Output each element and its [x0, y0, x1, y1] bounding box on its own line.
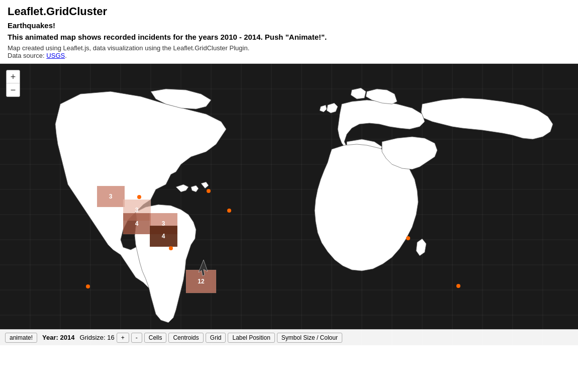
centroids-button[interactable]: Centroids: [168, 333, 203, 343]
svg-text:4: 4: [135, 220, 139, 227]
symbol-size-colour-button[interactable]: Symbol Size / Colour: [277, 333, 342, 343]
map-container: + −: [0, 64, 578, 345]
bottom-controls-bar: animate! Year: 2014 Gridsize: 16 + - Cel…: [0, 329, 578, 345]
svg-point-40: [137, 195, 141, 199]
svg-point-46: [456, 284, 460, 288]
year-label: Year: 2014: [42, 334, 74, 341]
zoom-controls: + −: [6, 70, 20, 97]
svg-text:4: 4: [162, 233, 165, 240]
svg-text:3: 3: [135, 207, 139, 214]
page-description: This animated map shows recorded inciden…: [8, 33, 570, 41]
grid-button[interactable]: Grid: [206, 333, 226, 343]
label-position-button[interactable]: Label Position: [228, 333, 274, 343]
svg-point-45: [406, 236, 410, 240]
svg-point-44: [86, 284, 90, 288]
grid-plus-button[interactable]: +: [117, 333, 129, 343]
zoom-out-button[interactable]: −: [7, 83, 20, 96]
gridsize-label: Gridsize: 16: [79, 334, 114, 341]
credit-line: Map created using Leaflet.js, data visua…: [8, 44, 570, 59]
world-map-svg: 3 3 4 3 4 12: [0, 64, 578, 345]
svg-point-41: [207, 189, 211, 193]
page-header: Leaflet.GridCluster Earthquakes! This an…: [0, 0, 578, 64]
svg-text:12: 12: [198, 278, 205, 285]
svg-point-43: [169, 246, 173, 250]
page-title: Leaflet.GridCluster: [8, 5, 570, 18]
zoom-in-button[interactable]: +: [7, 70, 20, 83]
svg-text:3: 3: [109, 193, 113, 200]
animate-button[interactable]: animate!: [5, 333, 37, 343]
page-subtitle: Earthquakes!: [8, 21, 570, 30]
cells-button[interactable]: Cells: [144, 333, 167, 343]
grid-minus-button[interactable]: -: [131, 333, 142, 343]
usgs-link[interactable]: USGS: [46, 52, 65, 59]
svg-point-42: [227, 209, 231, 213]
